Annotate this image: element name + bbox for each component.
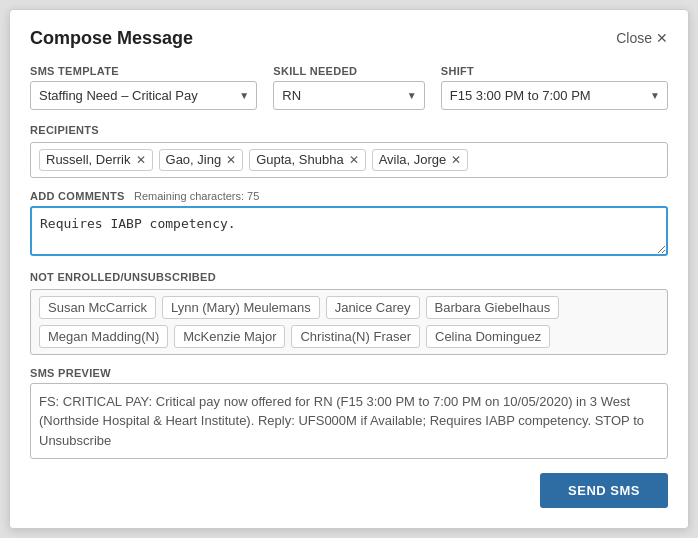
remove-avila-button[interactable]: ✕: [451, 154, 461, 166]
modal-title: Compose Message: [30, 28, 193, 49]
add-comments-label-text: ADD COMMENTS: [30, 190, 125, 202]
footer-row: SEND SMS: [30, 473, 668, 508]
remove-gao-button[interactable]: ✕: [226, 154, 236, 166]
add-comments-section-label: ADD COMMENTS Remaining characters: 75: [30, 190, 668, 202]
shift-select[interactable]: F15 3:00 PM to 7:00 PM F16 7:00 AM to 3:…: [441, 81, 668, 110]
remaining-characters-text: Remaining characters: 75: [134, 190, 259, 202]
recipients-box: Russell, Derrik ✕ Gao, Jing ✕ Gupta, Shu…: [30, 142, 668, 178]
not-enrolled-label: NOT ENROLLED/UNSUBSCRIBED: [30, 271, 668, 283]
send-sms-button[interactable]: SEND SMS: [540, 473, 668, 508]
recipients-label: RECIPIENTS: [30, 124, 668, 136]
skill-needed-label: SKILL NEEDED: [273, 65, 425, 77]
recipient-tag-avila: Avila, Jorge ✕: [372, 149, 469, 171]
recipient-tag-russell: Russell, Derrik ✕: [39, 149, 153, 171]
shift-select-wrapper: F15 3:00 PM to 7:00 PM F16 7:00 AM to 3:…: [441, 81, 668, 110]
sms-template-label: SMS TEMPLATE: [30, 65, 257, 77]
skill-needed-group: SKILL NEEDED RN LPN CNA ▼: [273, 65, 425, 110]
enrolled-tag-carey: Janice Carey: [326, 296, 420, 319]
enrolled-tag-mccarrick: Susan McCarrick: [39, 296, 156, 319]
skill-needed-select-wrapper: RN LPN CNA ▼: [273, 81, 425, 110]
top-form-row: SMS TEMPLATE Staffing Need – Critical Pa…: [30, 65, 668, 110]
skill-needed-select[interactable]: RN LPN CNA: [273, 81, 425, 110]
enrolled-tag-madding: Megan Madding(N): [39, 325, 168, 348]
recipient-tag-gao: Gao, Jing ✕: [159, 149, 244, 171]
sms-preview-label: SMS PREVIEW: [30, 367, 668, 379]
shift-label: SHIFT: [441, 65, 668, 77]
recipient-name: Gao, Jing: [166, 152, 222, 167]
modal-header: Compose Message Close ✕: [30, 28, 668, 49]
enrolled-tag-fraser: Christina(N) Fraser: [291, 325, 420, 348]
compose-message-modal: Compose Message Close ✕ SMS TEMPLATE Sta…: [9, 9, 689, 530]
recipient-tag-gupta: Gupta, Shubha ✕: [249, 149, 365, 171]
enrolled-tag-major: McKenzie Major: [174, 325, 285, 348]
sms-template-select-wrapper: Staffing Need – Critical Pay Option 2 ▼: [30, 81, 257, 110]
close-icon: ✕: [656, 30, 668, 46]
sms-template-select[interactable]: Staffing Need – Critical Pay Option 2: [30, 81, 257, 110]
enrolled-tag-dominguez: Celina Dominguez: [426, 325, 550, 348]
shift-group: SHIFT F15 3:00 PM to 7:00 PM F16 7:00 AM…: [441, 65, 668, 110]
recipient-name: Gupta, Shubha: [256, 152, 343, 167]
enrolled-tag-giebelhaus: Barbara Giebelhaus: [426, 296, 560, 319]
enrolled-tag-meulemans: Lynn (Mary) Meulemans: [162, 296, 320, 319]
recipient-name: Avila, Jorge: [379, 152, 447, 167]
not-enrolled-box: Susan McCarrick Lynn (Mary) Meulemans Ja…: [30, 289, 668, 355]
sms-template-group: SMS TEMPLATE Staffing Need – Critical Pa…: [30, 65, 257, 110]
close-label: Close: [616, 30, 652, 46]
close-button[interactable]: Close ✕: [616, 30, 668, 46]
sms-preview-box: FS: CRITICAL PAY: Critical pay now offer…: [30, 383, 668, 460]
comments-textarea[interactable]: Requires IABP competency.: [30, 206, 668, 256]
recipient-name: Russell, Derrik: [46, 152, 131, 167]
remove-russell-button[interactable]: ✕: [136, 154, 146, 166]
remove-gupta-button[interactable]: ✕: [349, 154, 359, 166]
